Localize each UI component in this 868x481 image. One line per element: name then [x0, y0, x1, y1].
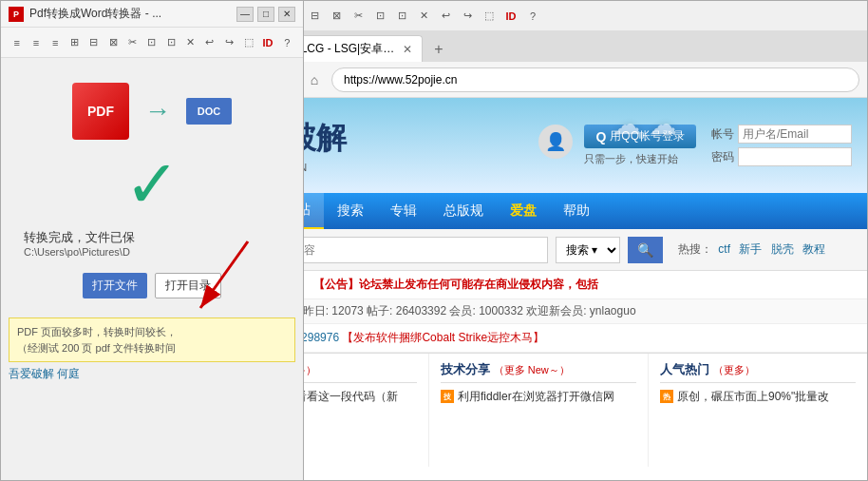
help-icon[interactable]: ?	[279, 32, 295, 53]
username-label: 帐号	[708, 126, 734, 143]
doc-target-icon: DOC	[186, 98, 232, 125]
popular-more-link[interactable]: （更多）	[713, 364, 755, 375]
pdf-window-title: Pdf转换成Word转换器 - ...	[29, 6, 236, 22]
open-folder-button[interactable]: 打开目录	[155, 273, 221, 298]
password-input[interactable]	[738, 147, 852, 166]
tb-help[interactable]: ?	[523, 7, 542, 26]
id-icon[interactable]: ID	[259, 32, 275, 53]
popular-post-icon: 热	[660, 390, 673, 403]
paste-icon[interactable]: ⊡	[163, 32, 179, 53]
cloud-decoration: ☁ ☁	[613, 107, 677, 141]
site-header: 吾爱破解 Www.52PojIE.CN ☁ ☁ 👤 Q 用QQ帐号登录 只需一步…	[210, 98, 867, 193]
hot-link-ctf[interactable]: ctf	[718, 242, 730, 256]
list-item: 技 利用fiddler在浏览器打开微信网	[441, 389, 636, 405]
user-avatar: 👤	[538, 125, 573, 159]
outdent-icon[interactable]: ⊠	[105, 32, 122, 53]
cut-icon[interactable]: ✂	[124, 32, 141, 53]
format-icon[interactable]: ⬚	[240, 32, 256, 53]
content-grid: 新鲜出炉 （更多） 新 求大佬帮忙看看这一段代码（新 技术分享 （更多 New～…	[210, 353, 867, 467]
close-button[interactable]: ✕	[278, 7, 295, 22]
popular-header: 人气热门 （更多）	[660, 361, 856, 383]
hot-link-newbie[interactable]: 新手	[739, 242, 762, 256]
search-button[interactable]: 🔍	[628, 237, 663, 263]
popular-post-link[interactable]: 原创，碾压市面上90%"批量改	[677, 389, 829, 405]
tb-cut[interactable]: ✂	[349, 7, 368, 26]
tech-share-col: 技术分享 （更多 New～） 技 利用fiddler在浏览器打开微信网	[429, 354, 649, 467]
username-input[interactable]	[738, 125, 852, 144]
nav-item-rules[interactable]: 总版规	[430, 193, 497, 229]
pojie-link[interactable]: 吾爱破解 何庭	[1, 367, 80, 380]
announcement-text: 【公告】论坛禁止发布任何可能存在商业侵权内容，包括	[313, 277, 598, 293]
nav-item-search[interactable]: 搜索	[324, 193, 377, 229]
titlebar-controls: — □ ✕	[236, 7, 295, 22]
delete-icon[interactable]: ✕	[182, 32, 198, 53]
tb-paste[interactable]: ⊡	[392, 7, 411, 26]
minimize-button[interactable]: —	[236, 7, 254, 22]
browser-top-toolbar: ≡ ≡ ≡ ⊞ ⊟ ⊠ ✂ ⊡ ⊡ ✕ ↩ ↪ ⬚ ID ?	[210, 1, 867, 31]
password-label: 密码	[708, 149, 734, 165]
ban-notice: BanID：zxj397298976 【发布软件捆绑Cobalt Strike远…	[210, 324, 867, 353]
undo-icon[interactable]: ↩	[201, 32, 217, 53]
redo-icon[interactable]: ↪	[221, 32, 237, 53]
list-item: 热 原创，碾压市面上90%"批量改	[660, 389, 856, 405]
align-left-icon[interactable]: ≡	[9, 32, 25, 53]
tb-redo[interactable]: ↪	[458, 7, 477, 26]
hot-link-tutorial[interactable]: 教程	[802, 242, 825, 256]
tb-delete[interactable]: ✕	[414, 7, 433, 26]
copy-icon[interactable]: ⊡	[143, 32, 160, 53]
search-scope-dropdown[interactable]: 搜索 ▾	[556, 237, 620, 263]
open-file-button[interactable]: 打开文件	[83, 273, 147, 298]
nav-item-album[interactable]: 专辑	[377, 193, 430, 229]
hot-topics-label: 热搜： ctf 新手 脱壳 教程	[678, 241, 828, 258]
tb-format[interactable]: ⬚	[480, 7, 499, 26]
pdf-source-icon: PDF	[72, 83, 129, 140]
nav-item-help[interactable]: 帮助	[550, 193, 603, 229]
pdf-convert-display: PDF → DOC	[72, 83, 232, 140]
stats-bar: 📊 今日: 1276 昨日: 12073 帖子: 26403392 会员: 10…	[210, 299, 867, 324]
maximize-button[interactable]: □	[257, 7, 274, 22]
convert-arrow-icon: →	[144, 96, 171, 126]
align-right-icon[interactable]: ≡	[47, 32, 64, 53]
align-center-icon[interactable]: ≡	[28, 32, 44, 53]
pdf-content-area: PDF → DOC ✓ 转换完成，文件已保 C:	[1, 58, 303, 314]
pdf-app-icon: P	[9, 7, 24, 22]
convert-done-text: 转换完成，文件已保 C:\Users\po\Pictures\D	[16, 229, 288, 258]
tab-close-button[interactable]: ✕	[403, 43, 412, 56]
pdf-toolbar: ≡ ≡ ≡ ⊞ ⊟ ⊠ ✂ ⊡ ⊡ ✕ ↩ ↪ ⬚ ID ?	[1, 28, 303, 58]
popular-col: 人气热门 （更多） 热 原创，碾压市面上90%"批量改	[649, 354, 867, 467]
pdf-titlebar: P Pdf转换成Word转换器 - ... — □ ✕	[1, 1, 303, 28]
hot-link-unpack[interactable]: 脱壳	[771, 242, 794, 256]
ban-text: 【发布软件捆绑Cobalt Strike远控木马】	[342, 331, 544, 344]
address-input[interactable]	[331, 67, 859, 92]
home-button[interactable]: ⌂	[303, 68, 326, 91]
tech-share-header: 技术分享 （更多 New～）	[441, 361, 636, 383]
tech-more-link[interactable]: （更多 New～）	[494, 364, 570, 375]
site-nav: 网站 新帖 搜索 专辑 总版规 爱盘 帮助	[210, 193, 867, 229]
success-checkmark: ✓	[124, 151, 180, 218]
tb-copy[interactable]: ⊡	[370, 7, 389, 26]
browser-tabs-bar: 52 吾爱破解 - LCG - LSG|安卓破解| ✕ +	[210, 31, 867, 62]
search-bar: 搜索 ▾ 🔍 热搜： ctf 新手 脱壳 教程	[210, 229, 867, 271]
browser-window: ≡ ≡ ≡ ⊞ ⊟ ⊠ ✂ ⊡ ⊡ ✕ ↩ ↪ ⬚ ID ? 52 吾爱破解 -…	[209, 0, 868, 481]
site-header-right: 👤 Q 用QQ帐号登录 只需一步，快速开始 帐号 密码	[538, 125, 852, 166]
tb-undo[interactable]: ↩	[436, 7, 455, 26]
new-tab-button[interactable]: +	[426, 37, 451, 62]
nav-item-disk[interactable]: 爱盘	[497, 193, 550, 229]
tb-list3[interactable]: ⊠	[327, 7, 346, 26]
tech-post-link[interactable]: 利用fiddler在浏览器打开微信网	[458, 389, 614, 405]
pdf-note-box: PDF 页面较多时，转换时间较长， （经测试 200 页 pdf 文件转换时间	[9, 317, 295, 362]
pdf-action-buttons: 打开文件 打开目录	[83, 273, 221, 298]
qq-login-hint: 只需一步，快速开始	[584, 152, 696, 166]
tb-list2[interactable]: ⊟	[305, 7, 324, 26]
tech-post-icon: 技	[441, 390, 454, 403]
list-icon[interactable]: ⊞	[66, 32, 83, 53]
tb-id[interactable]: ID	[501, 7, 520, 26]
address-bar: ← → ↻ ⌂	[210, 62, 867, 98]
indent-icon[interactable]: ⊟	[85, 32, 102, 53]
pdf-converter-window: P Pdf转换成Word转换器 - ... — □ ✕ ≡ ≡ ≡ ⊞ ⊟ ⊠ …	[0, 0, 304, 481]
announcement-bar: ⌂ › 网站 【公告】论坛禁止发布任何可能存在商业侵权内容，包括	[210, 271, 867, 299]
login-form: 帐号 密码	[708, 125, 852, 166]
